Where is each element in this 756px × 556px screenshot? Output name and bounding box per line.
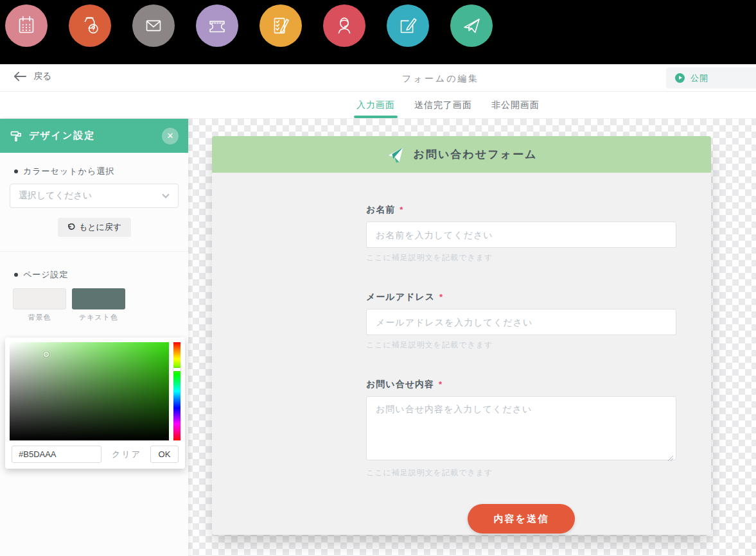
page-text-color-swatch[interactable] (72, 288, 125, 309)
required-asterisk: * (439, 379, 442, 389)
swatch-label: 背景色 (28, 313, 51, 322)
envelope-app-button[interactable] (132, 4, 175, 47)
saturation-area[interactable] (10, 342, 169, 440)
app-icon-bar (0, 0, 756, 64)
hex-color-input[interactable] (12, 446, 101, 463)
inquiry-textarea[interactable] (366, 396, 676, 460)
arrow-left-icon (13, 71, 26, 82)
bullet-icon (14, 273, 18, 277)
paper-plane-icon (459, 13, 484, 38)
divider (0, 251, 188, 252)
envelope-icon (141, 13, 166, 38)
design-panel-title: デザイン設定 (29, 130, 95, 142)
color-set-select[interactable]: 選択してください (10, 184, 179, 208)
hue-slider[interactable] (173, 342, 180, 440)
bag-question-app-button[interactable] (69, 4, 111, 47)
field-label: お問い合せ内容 (366, 379, 434, 390)
publish-label: 公開 (690, 73, 708, 84)
bullet-icon (14, 169, 18, 173)
form-title: お問い合わせフォーム (414, 147, 538, 162)
play-icon (675, 73, 685, 83)
paint-roller-icon (10, 130, 22, 143)
inquiry-field-group: お問い合せ内容 * ここに補足説明文を記載できます (366, 379, 676, 478)
form-logo-icon (386, 146, 405, 164)
support-agent-icon (332, 13, 356, 38)
ticket-icon (205, 13, 229, 38)
undo-icon (67, 223, 75, 232)
calendar-app-button[interactable] (5, 4, 48, 47)
color-set-select-value: 選択してください (19, 190, 92, 202)
screen-tab-bar: 入力画面 送信完了画面 非公開画面 (0, 92, 756, 119)
send-app-button[interactable] (450, 4, 493, 47)
ok-button[interactable]: OK (150, 446, 179, 463)
required-asterisk: * (400, 205, 403, 214)
design-panel-header: デザイン設定 ✕ (0, 119, 188, 153)
back-label: 戻る (33, 71, 51, 82)
field-helper-text: ここに補足説明文を記載できます (366, 252, 676, 263)
page-settings-label: ページ設定 (14, 269, 179, 281)
back-button[interactable]: 戻る (13, 71, 51, 82)
page-title: フォームの編集 (402, 73, 479, 85)
tab-private-screen[interactable]: 非公開画面 (490, 92, 541, 118)
checklist-app-button[interactable] (259, 4, 302, 47)
editor-header: 戻る フォームの編集 公開 (0, 64, 756, 92)
reset-label: もとに戻す (79, 222, 121, 233)
field-label: お名前 (366, 204, 395, 216)
email-input[interactable] (366, 309, 676, 335)
editor-canvas: デザイン設定 ✕ カラーセットから選択 選択してください もとに戻す (0, 119, 756, 556)
field-label: メールアドレス (366, 291, 435, 303)
reset-button[interactable]: もとに戻す (58, 218, 131, 237)
field-helper-text: ここに補足説明文を記載できます (366, 340, 676, 351)
name-field-group: お名前 * ここに補足説明文を記載できます (366, 204, 676, 263)
form-editor-window: 戻る フォームの編集 公開 入力画面 送信完了画面 非公開画面 デザイン設定 ✕ (0, 64, 756, 556)
bag-question-icon (78, 13, 102, 38)
ticket-app-button[interactable] (196, 4, 238, 47)
form-preview-card: お問い合わせフォーム お名前 * ここに補足説明文を記載できます メールアドレス… (212, 136, 711, 535)
chevron-down-icon (162, 193, 170, 198)
checklist-pencil-icon (268, 13, 293, 38)
tab-complete-screen[interactable]: 送信完了画面 (413, 92, 473, 118)
publish-button[interactable]: 公開 (666, 67, 756, 89)
calendar-icon (14, 13, 39, 38)
hue-slider-handle[interactable] (173, 368, 180, 371)
required-asterisk: * (439, 292, 443, 302)
name-input[interactable] (366, 222, 676, 248)
swatch-label: テキスト色 (79, 313, 118, 322)
form-title-bar: お問い合わせフォーム (212, 136, 711, 173)
color-set-section-label: カラーセットから選択 (14, 166, 179, 177)
compose-icon (396, 13, 420, 38)
close-icon[interactable]: ✕ (162, 128, 179, 144)
clear-button[interactable]: クリア (112, 449, 141, 460)
field-helper-text: ここに補足説明文を記載できます (366, 467, 676, 478)
resize-handle-icon[interactable] (667, 453, 674, 459)
tab-input-screen[interactable]: 入力画面 (355, 92, 396, 118)
support-app-button[interactable] (323, 4, 365, 47)
design-settings-panel: デザイン設定 ✕ カラーセットから選択 選択してください もとに戻す (0, 119, 188, 556)
color-picker-popup: クリア OK (5, 338, 185, 469)
page-background-color-swatch[interactable] (13, 288, 66, 309)
compose-app-button[interactable] (387, 4, 429, 47)
saturation-cursor[interactable] (44, 352, 49, 357)
submit-button[interactable]: 内容を送信 (468, 504, 575, 534)
email-field-group: メールアドレス * ここに補足説明文を記載できます (366, 291, 676, 351)
